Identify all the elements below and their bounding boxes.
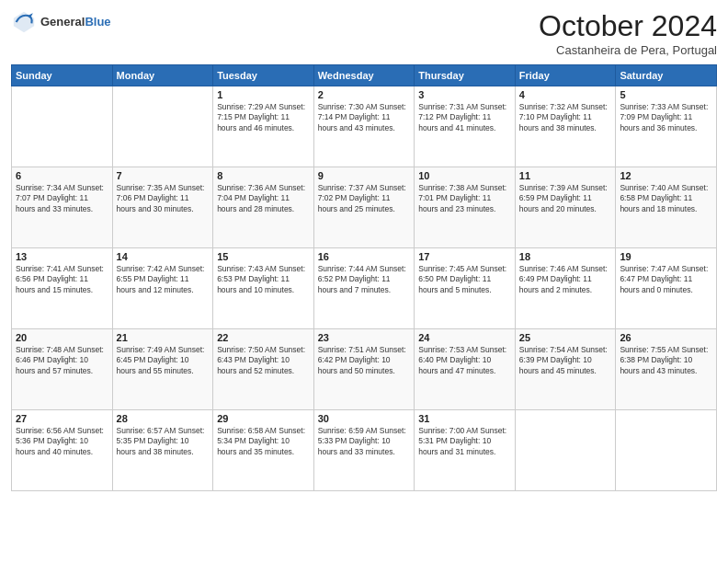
day-info: Sunrise: 7:48 AM Sunset: 6:46 PM Dayligh… bbox=[16, 345, 108, 376]
day-info: Sunrise: 7:55 AM Sunset: 6:38 PM Dayligh… bbox=[620, 345, 712, 376]
day-number: 10 bbox=[418, 170, 511, 181]
day-info: Sunrise: 6:58 AM Sunset: 5:34 PM Dayligh… bbox=[217, 426, 310, 457]
calendar-cell: 10Sunrise: 7:38 AM Sunset: 7:01 PM Dayli… bbox=[415, 167, 516, 248]
day-number: 29 bbox=[217, 413, 310, 424]
day-info: Sunrise: 7:43 AM Sunset: 6:53 PM Dayligh… bbox=[217, 264, 310, 295]
calendar-cell: 5Sunrise: 7:33 AM Sunset: 7:09 PM Daylig… bbox=[616, 86, 717, 167]
month-title: October 2024 bbox=[539, 9, 717, 43]
calendar-cell: 22Sunrise: 7:50 AM Sunset: 6:43 PM Dayli… bbox=[213, 329, 314, 410]
day-info: Sunrise: 7:53 AM Sunset: 6:40 PM Dayligh… bbox=[418, 345, 511, 376]
logo: GeneralBlue bbox=[11, 9, 111, 35]
day-number: 23 bbox=[318, 332, 411, 343]
calendar-cell: 9Sunrise: 7:37 AM Sunset: 7:02 PM Daylig… bbox=[313, 167, 415, 248]
calendar-day-header: Saturday bbox=[616, 65, 717, 86]
calendar-cell: 17Sunrise: 7:45 AM Sunset: 6:50 PM Dayli… bbox=[415, 248, 516, 329]
calendar-cell: 1Sunrise: 7:29 AM Sunset: 7:15 PM Daylig… bbox=[213, 86, 314, 167]
day-info: Sunrise: 7:31 AM Sunset: 7:12 PM Dayligh… bbox=[418, 102, 511, 133]
day-number: 21 bbox=[117, 332, 210, 343]
day-info: Sunrise: 7:44 AM Sunset: 6:52 PM Dayligh… bbox=[318, 264, 411, 295]
calendar-cell: 15Sunrise: 7:43 AM Sunset: 6:53 PM Dayli… bbox=[213, 248, 314, 329]
day-number: 12 bbox=[620, 170, 712, 181]
day-number: 30 bbox=[318, 413, 411, 424]
day-number: 6 bbox=[16, 170, 108, 181]
day-number: 2 bbox=[318, 89, 411, 100]
page: GeneralBlue October 2024 Castanheira de … bbox=[0, 0, 728, 563]
calendar-cell bbox=[12, 86, 113, 167]
day-info: Sunrise: 7:41 AM Sunset: 6:56 PM Dayligh… bbox=[16, 264, 108, 295]
calendar-cell: 24Sunrise: 7:53 AM Sunset: 6:40 PM Dayli… bbox=[415, 329, 516, 410]
day-number: 4 bbox=[519, 89, 612, 100]
day-info: Sunrise: 7:35 AM Sunset: 7:06 PM Dayligh… bbox=[117, 183, 210, 214]
day-number: 7 bbox=[117, 170, 210, 181]
header: GeneralBlue October 2024 Castanheira de … bbox=[11, 9, 717, 57]
day-number: 13 bbox=[16, 251, 108, 262]
calendar-day-header: Sunday bbox=[12, 65, 113, 86]
location-subtitle: Castanheira de Pera, Portugal bbox=[539, 43, 717, 57]
calendar-cell: 20Sunrise: 7:48 AM Sunset: 6:46 PM Dayli… bbox=[12, 329, 113, 410]
calendar-cell: 21Sunrise: 7:49 AM Sunset: 6:45 PM Dayli… bbox=[112, 329, 213, 410]
day-number: 17 bbox=[418, 251, 511, 262]
calendar-cell bbox=[515, 410, 616, 491]
day-info: Sunrise: 6:59 AM Sunset: 5:33 PM Dayligh… bbox=[318, 426, 411, 457]
day-number: 15 bbox=[217, 251, 310, 262]
calendar-cell: 28Sunrise: 6:57 AM Sunset: 5:35 PM Dayli… bbox=[112, 410, 213, 491]
day-number: 14 bbox=[117, 251, 210, 262]
calendar-cell: 18Sunrise: 7:46 AM Sunset: 6:49 PM Dayli… bbox=[515, 248, 616, 329]
calendar-week-row: 20Sunrise: 7:48 AM Sunset: 6:46 PM Dayli… bbox=[12, 329, 717, 410]
calendar-day-header: Wednesday bbox=[313, 65, 415, 86]
day-number: 16 bbox=[318, 251, 411, 262]
day-number: 24 bbox=[418, 332, 511, 343]
day-info: Sunrise: 6:56 AM Sunset: 5:36 PM Dayligh… bbox=[16, 426, 108, 457]
day-number: 20 bbox=[16, 332, 108, 343]
calendar-cell: 2Sunrise: 7:30 AM Sunset: 7:14 PM Daylig… bbox=[313, 86, 415, 167]
day-info: Sunrise: 7:37 AM Sunset: 7:02 PM Dayligh… bbox=[318, 183, 411, 214]
calendar-cell: 27Sunrise: 6:56 AM Sunset: 5:36 PM Dayli… bbox=[12, 410, 113, 491]
day-info: Sunrise: 7:36 AM Sunset: 7:04 PM Dayligh… bbox=[217, 183, 310, 214]
calendar-cell: 23Sunrise: 7:51 AM Sunset: 6:42 PM Dayli… bbox=[313, 329, 415, 410]
day-number: 1 bbox=[217, 89, 310, 100]
day-number: 19 bbox=[620, 251, 712, 262]
logo-general: GeneralBlue bbox=[40, 15, 111, 29]
day-number: 9 bbox=[318, 170, 411, 181]
day-number: 26 bbox=[620, 332, 712, 343]
day-number: 31 bbox=[418, 413, 511, 424]
day-number: 5 bbox=[620, 89, 712, 100]
calendar-cell: 3Sunrise: 7:31 AM Sunset: 7:12 PM Daylig… bbox=[415, 86, 516, 167]
calendar-cell: 11Sunrise: 7:39 AM Sunset: 6:59 PM Dayli… bbox=[515, 167, 616, 248]
calendar-table: SundayMondayTuesdayWednesdayThursdayFrid… bbox=[11, 64, 717, 491]
logo-text: GeneralBlue bbox=[40, 15, 111, 29]
day-number: 27 bbox=[16, 413, 108, 424]
calendar-cell: 13Sunrise: 7:41 AM Sunset: 6:56 PM Dayli… bbox=[12, 248, 113, 329]
calendar-header-row: SundayMondayTuesdayWednesdayThursdayFrid… bbox=[12, 65, 717, 86]
day-number: 8 bbox=[217, 170, 310, 181]
day-info: Sunrise: 7:50 AM Sunset: 6:43 PM Dayligh… bbox=[217, 345, 310, 376]
day-info: Sunrise: 7:46 AM Sunset: 6:49 PM Dayligh… bbox=[519, 264, 612, 295]
day-info: Sunrise: 7:51 AM Sunset: 6:42 PM Dayligh… bbox=[318, 345, 411, 376]
calendar-cell bbox=[616, 410, 717, 491]
day-number: 22 bbox=[217, 332, 310, 343]
day-info: Sunrise: 7:33 AM Sunset: 7:09 PM Dayligh… bbox=[620, 102, 712, 133]
calendar-cell: 29Sunrise: 6:58 AM Sunset: 5:34 PM Dayli… bbox=[213, 410, 314, 491]
day-info: Sunrise: 7:38 AM Sunset: 7:01 PM Dayligh… bbox=[418, 183, 511, 214]
calendar-cell: 19Sunrise: 7:47 AM Sunset: 6:47 PM Dayli… bbox=[616, 248, 717, 329]
calendar-day-header: Thursday bbox=[415, 65, 516, 86]
logo-icon bbox=[11, 9, 37, 35]
day-info: Sunrise: 7:40 AM Sunset: 6:58 PM Dayligh… bbox=[620, 183, 712, 214]
day-info: Sunrise: 7:29 AM Sunset: 7:15 PM Dayligh… bbox=[217, 102, 310, 133]
calendar-cell: 14Sunrise: 7:42 AM Sunset: 6:55 PM Dayli… bbox=[112, 248, 213, 329]
day-info: Sunrise: 7:30 AM Sunset: 7:14 PM Dayligh… bbox=[318, 102, 411, 133]
calendar-cell bbox=[112, 86, 213, 167]
calendar-cell: 4Sunrise: 7:32 AM Sunset: 7:10 PM Daylig… bbox=[515, 86, 616, 167]
day-info: Sunrise: 7:34 AM Sunset: 7:07 PM Dayligh… bbox=[16, 183, 108, 214]
calendar-cell: 25Sunrise: 7:54 AM Sunset: 6:39 PM Dayli… bbox=[515, 329, 616, 410]
day-info: Sunrise: 7:45 AM Sunset: 6:50 PM Dayligh… bbox=[418, 264, 511, 295]
day-info: Sunrise: 7:54 AM Sunset: 6:39 PM Dayligh… bbox=[519, 345, 612, 376]
day-number: 18 bbox=[519, 251, 612, 262]
calendar-cell: 31Sunrise: 7:00 AM Sunset: 5:31 PM Dayli… bbox=[415, 410, 516, 491]
calendar-cell: 6Sunrise: 7:34 AM Sunset: 7:07 PM Daylig… bbox=[12, 167, 113, 248]
calendar-day-header: Tuesday bbox=[213, 65, 314, 86]
day-number: 28 bbox=[117, 413, 210, 424]
calendar-week-row: 1Sunrise: 7:29 AM Sunset: 7:15 PM Daylig… bbox=[12, 86, 717, 167]
day-number: 11 bbox=[519, 170, 612, 181]
calendar-day-header: Monday bbox=[112, 65, 213, 86]
